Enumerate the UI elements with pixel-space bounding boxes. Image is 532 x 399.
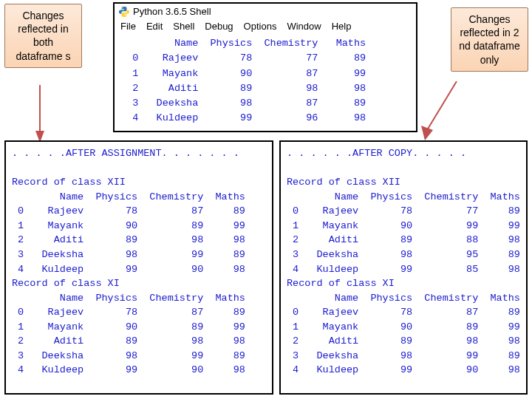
callout-right: Changes reflected in 2 nd dataframe only — [451, 7, 528, 72]
menu-item-shell[interactable]: Shell — [173, 21, 194, 32]
menu-item-options[interactable]: Options — [244, 21, 277, 32]
arrow-right — [421, 81, 462, 140]
menu-item-file[interactable]: File — [120, 21, 136, 32]
menubar: FileEditShellDebugOptionsWindowHelp — [115, 19, 416, 35]
panel-after-copy: . . . . . .AFTER COPY. . . . . Record of… — [279, 140, 528, 395]
panel-after-assignment: . . . . .AFTER ASSIGNMENT. . . . . . . R… — [4, 140, 273, 395]
shell-output: Name Physics Chemistry Maths 0 Rajeev 78… — [115, 35, 416, 131]
menu-item-debug[interactable]: Debug — [205, 21, 233, 32]
svg-line-2 — [427, 81, 457, 130]
callout-left: Changes reflected in both dataframe s — [4, 4, 82, 68]
menu-item-window[interactable]: Window — [287, 21, 321, 32]
python-icon — [119, 7, 129, 17]
svg-marker-3 — [421, 126, 433, 140]
python-shell-window: Python 3.6.5 Shell FileEditShellDebugOpt… — [113, 2, 417, 132]
menu-item-edit[interactable]: Edit — [146, 21, 163, 32]
title-bar: Python 3.6.5 Shell — [115, 4, 416, 19]
window-title: Python 3.6.5 Shell — [133, 6, 211, 17]
svg-point-5 — [125, 15, 126, 16]
arrow-left — [35, 85, 44, 143]
menu-item-help[interactable]: Help — [332, 21, 352, 32]
svg-point-4 — [122, 7, 123, 8]
